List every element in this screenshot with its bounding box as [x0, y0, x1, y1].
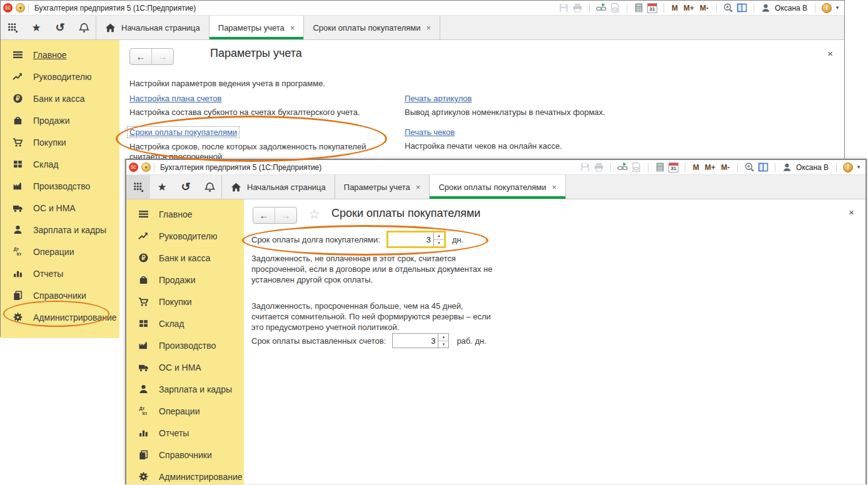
tab-accounting-parameters[interactable]: Параметры учета×	[335, 175, 430, 199]
sidebar-item-administration[interactable]: Администрирование	[1, 306, 119, 328]
memory-button[interactable]: M	[692, 163, 700, 172]
sidebar-item-payroll-hr[interactable]: Зарплата и кадры	[126, 378, 244, 400]
print-icon[interactable]	[593, 162, 604, 172]
history-button[interactable]: ↺	[48, 16, 72, 39]
close-page-button[interactable]: ×	[827, 49, 833, 58]
calculator-icon[interactable]	[655, 162, 665, 172]
sidebar-item-fixed-assets[interactable]: ОС и НМА	[126, 356, 244, 378]
forward-button[interactable]: →	[275, 208, 296, 223]
window-title: Бухгалтерия предприятия 5 (1С:Предприяти…	[160, 163, 321, 172]
spin-up-icon[interactable]: ▲	[434, 232, 444, 240]
history-button[interactable]: ↺	[174, 175, 198, 199]
sidebar-item-sales[interactable]: Продажи	[126, 269, 244, 291]
notifications-button[interactable]	[72, 16, 96, 39]
trend-up-icon	[136, 231, 151, 241]
sidebar-item-operations[interactable]: ДтКтОперации	[126, 400, 244, 422]
add-to-favorites-star-icon[interactable]: ☆	[308, 208, 320, 221]
spin-down-icon[interactable]: ▼	[438, 341, 448, 348]
save-icon[interactable]	[580, 162, 590, 172]
buyer-debt-term-input[interactable]	[388, 232, 433, 246]
close-page-button[interactable]: ×	[849, 208, 854, 217]
go-to-link-icon[interactable]	[631, 162, 642, 172]
chevron-down-icon[interactable]: ▼	[835, 5, 840, 11]
sidebar-item-fixed-assets[interactable]: ОС и НМА	[1, 197, 119, 219]
sidebar-item-warehouse[interactable]: Склад	[126, 312, 244, 334]
sidebar-item-sales[interactable]: Продажи	[1, 109, 119, 131]
main-menu-button[interactable]: ▼	[141, 162, 151, 172]
service-menu-button[interactable]	[1, 16, 24, 39]
service-menu-button[interactable]	[126, 175, 150, 199]
print-icon[interactable]	[572, 2, 583, 13]
close-tab-icon[interactable]: ×	[290, 23, 295, 32]
favorites-button[interactable]: ★	[24, 16, 48, 39]
calculator-icon[interactable]	[633, 2, 644, 13]
menu-lines-icon	[10, 49, 25, 60]
close-tab-icon[interactable]: ×	[426, 23, 431, 32]
close-tab-icon[interactable]: ×	[552, 182, 557, 192]
sidebar-item-purchases[interactable]: Покупки	[1, 131, 119, 153]
tab-home[interactable]: Начальная страница	[221, 175, 335, 199]
sidebar-item-administration[interactable]: Администрирование	[126, 466, 244, 484]
tab-label: Сроки оплаты покупателями	[313, 23, 420, 32]
sidebar-item-bank-cash[interactable]: Банк и касса	[126, 247, 244, 269]
sidebar-item-directories[interactable]: Справочники	[1, 284, 119, 306]
sidebar-item-reports[interactable]: Отчеты	[126, 422, 244, 444]
go-to-link-icon[interactable]	[610, 2, 620, 13]
sidebar-item-manager[interactable]: Руководителю	[126, 225, 244, 247]
tab-payment-terms[interactable]: Сроки оплаты покупателями×	[303, 16, 440, 39]
split-view-icon[interactable]	[758, 162, 769, 172]
debit-credit-icon: ДтКт	[10, 247, 25, 256]
sidebar-item-main[interactable]: Главное	[126, 203, 244, 225]
sidebar-item-reports[interactable]: Отчеты	[1, 262, 119, 284]
print-receipts-link[interactable]: Печать чеков	[405, 128, 455, 137]
forward-button[interactable]: →	[152, 49, 173, 64]
get-link-icon[interactable]	[617, 162, 628, 172]
sidebar-item-production[interactable]: Производство	[126, 334, 244, 356]
sidebar-item-bank-cash[interactable]: Банк и касса	[1, 88, 119, 109]
spin-up-icon[interactable]: ▲	[438, 334, 448, 341]
save-icon[interactable]	[558, 2, 569, 13]
sidebar-item-warehouse[interactable]: Склад	[1, 153, 119, 175]
sidebar-item-payroll-hr[interactable]: Зарплата и кадры	[1, 219, 119, 241]
sidebar-item-directories[interactable]: Справочники	[126, 444, 244, 466]
calendar-icon[interactable]: 31	[647, 3, 657, 13]
calendar-icon[interactable]: 31	[669, 162, 679, 172]
zoom-icon[interactable]	[744, 162, 755, 172]
user-name[interactable]: Оксана В	[775, 4, 807, 12]
memory-minus-button[interactable]: M-	[720, 163, 731, 172]
print-articles-link[interactable]: Печать артикулов	[405, 94, 472, 103]
sidebar-item-operations[interactable]: ДтКтОперации	[1, 241, 119, 262]
tab-payment-terms[interactable]: Сроки оплаты покупателями×	[429, 175, 566, 199]
close-tab-icon[interactable]: ×	[416, 182, 421, 192]
payment-terms-link[interactable]: Сроки оплаты покупателями	[127, 126, 240, 138]
tab-home-label: Начальная страница	[247, 182, 326, 192]
get-link-icon[interactable]	[596, 2, 607, 13]
tab-accounting-parameters[interactable]: Параметры учета×	[209, 16, 304, 39]
tab-home[interactable]: Начальная страница	[96, 16, 209, 39]
spin-down-icon[interactable]: ▼	[434, 240, 444, 247]
memory-plus-button[interactable]: M+	[704, 163, 717, 172]
info-icon[interactable]: i	[822, 3, 832, 13]
sidebar-item-main[interactable]: Главное	[1, 44, 119, 66]
user-name[interactable]: Оксана В	[796, 163, 829, 172]
memory-plus-button[interactable]: M+	[682, 4, 695, 12]
books-icon	[136, 449, 151, 460]
favorites-button[interactable]: ★	[150, 175, 174, 199]
back-button[interactable]: ←	[253, 208, 275, 223]
books-icon	[10, 290, 25, 301]
sidebar-item-production[interactable]: Производство	[1, 175, 119, 197]
memory-button[interactable]: M	[670, 4, 679, 12]
tab-label: Сроки оплаты покупателями	[438, 182, 546, 192]
zoom-icon[interactable]	[723, 2, 734, 13]
notifications-button[interactable]	[198, 175, 221, 199]
split-view-icon[interactable]	[737, 2, 747, 13]
main-menu-button[interactable]: ▼	[16, 3, 25, 12]
sidebar-item-purchases[interactable]: Покупки	[126, 291, 244, 312]
info-icon[interactable]: i	[843, 162, 853, 172]
memory-minus-button[interactable]: M-	[699, 4, 710, 12]
invoice-term-input[interactable]	[393, 334, 438, 348]
back-button[interactable]: ←	[130, 49, 152, 64]
sidebar-item-manager[interactable]: Руководителю	[1, 66, 119, 88]
chevron-down-icon[interactable]: ▼	[856, 164, 861, 170]
chart-of-accounts-link[interactable]: Настройка плана счетов	[129, 94, 221, 103]
